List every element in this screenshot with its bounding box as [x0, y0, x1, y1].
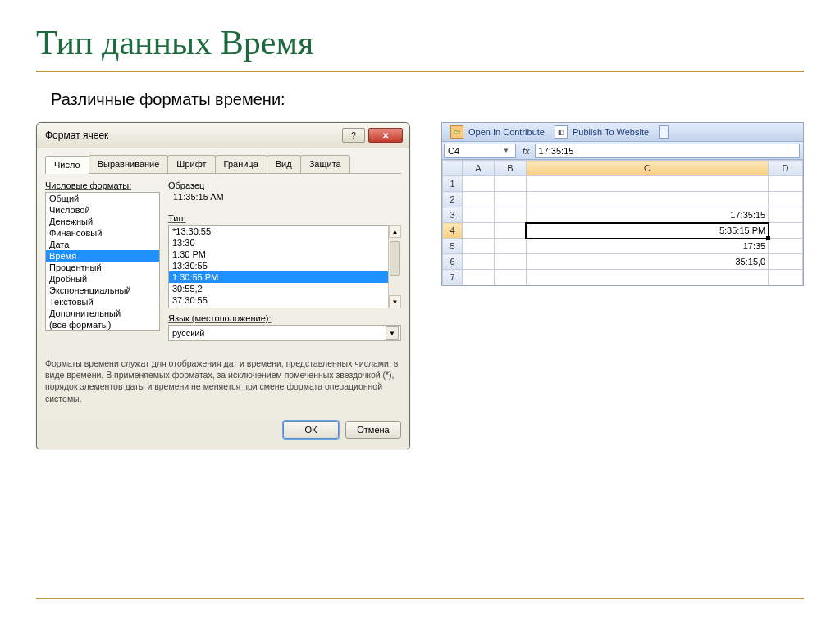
- list-item[interactable]: *13:30:55: [169, 226, 400, 237]
- list-item[interactable]: 37:30:55: [169, 294, 400, 306]
- cell[interactable]: [463, 223, 495, 239]
- list-item[interactable]: 13:30:55: [169, 260, 400, 271]
- list-item[interactable]: Время: [46, 250, 159, 262]
- help-button[interactable]: ?: [342, 128, 365, 143]
- type-label: Тип:: [168, 213, 401, 223]
- slide-subtitle: Различные форматы времени:: [51, 90, 804, 109]
- cell[interactable]: [463, 239, 495, 254]
- slide-title: Тип данных Время: [36, 23, 804, 62]
- cell[interactable]: [463, 207, 495, 223]
- cell[interactable]: [463, 270, 495, 285]
- list-item[interactable]: Процентный: [46, 262, 159, 273]
- col-header-d[interactable]: D: [769, 161, 803, 176]
- open-in-contribute-button[interactable]: Open In Contribute: [465, 127, 548, 137]
- cell[interactable]: [494, 254, 526, 270]
- cell[interactable]: [494, 223, 526, 239]
- col-header-a[interactable]: A: [463, 161, 495, 176]
- cell-c4-active[interactable]: 5:35:15 PM: [526, 223, 768, 239]
- row-header-3[interactable]: 3: [443, 207, 463, 223]
- list-item[interactable]: 13:30: [169, 237, 400, 248]
- cell[interactable]: [494, 239, 526, 254]
- tab-border[interactable]: Граница: [215, 155, 267, 173]
- chevron-down-icon[interactable]: ▼: [386, 326, 399, 340]
- chevron-down-icon[interactable]: ▼: [500, 147, 512, 154]
- cell[interactable]: [463, 192, 495, 207]
- tab-number[interactable]: Число: [45, 156, 89, 174]
- list-item[interactable]: Дополнительный: [46, 308, 159, 319]
- cell[interactable]: [526, 192, 768, 207]
- list-item[interactable]: 1:30:55 PM: [169, 271, 400, 283]
- type-listbox[interactable]: *13:30:55 13:30 1:30 PM 13:30:55 1:30:55…: [168, 225, 401, 308]
- list-item[interactable]: Текстовый: [46, 296, 159, 308]
- bottom-rule: [36, 598, 804, 599]
- cell[interactable]: [463, 176, 495, 192]
- publish-icon[interactable]: ◧: [555, 125, 568, 139]
- cell[interactable]: [494, 176, 526, 192]
- row-header-2[interactable]: 2: [443, 192, 463, 207]
- cancel-button[interactable]: Отмена: [345, 421, 401, 439]
- ok-button[interactable]: ОК: [283, 421, 339, 439]
- format-cells-dialog: Формат ячеек ? ✕ Число Выравнивание Шриф…: [36, 122, 410, 449]
- toolbar-overflow-icon[interactable]: [659, 125, 669, 139]
- list-item[interactable]: Общий: [46, 193, 159, 204]
- close-button[interactable]: ✕: [368, 128, 403, 143]
- cell[interactable]: [526, 176, 768, 192]
- row-header-5[interactable]: 5: [443, 239, 463, 254]
- cell[interactable]: [494, 270, 526, 285]
- cell[interactable]: [769, 192, 803, 207]
- row-header-1[interactable]: 1: [443, 176, 463, 192]
- cell[interactable]: [769, 254, 803, 270]
- spreadsheet-grid[interactable]: A B C D 1 2: [442, 160, 803, 285]
- sample-value: 11:35:15 AM: [168, 190, 401, 208]
- list-item[interactable]: Дробный: [46, 273, 159, 285]
- sample-label: Образец: [168, 180, 204, 190]
- name-box[interactable]: C4 ▼: [444, 144, 516, 158]
- col-header-c[interactable]: C: [526, 161, 768, 176]
- cell[interactable]: [494, 207, 526, 223]
- contribute-icon[interactable]: Ct: [450, 125, 463, 139]
- row-header-6[interactable]: 6: [443, 254, 463, 270]
- cell[interactable]: [494, 192, 526, 207]
- list-item[interactable]: Дата: [46, 239, 159, 250]
- list-item[interactable]: 1:30 PM: [169, 248, 400, 260]
- type-scrollbar[interactable]: ▲ ▼: [388, 225, 401, 308]
- tab-alignment[interactable]: Выравнивание: [89, 155, 169, 173]
- tab-font[interactable]: Шрифт: [167, 155, 215, 173]
- list-item[interactable]: 30:55,2: [169, 283, 400, 294]
- fx-label[interactable]: fx: [518, 146, 535, 156]
- cell[interactable]: [769, 176, 803, 192]
- cell[interactable]: [769, 270, 803, 285]
- locale-dropdown[interactable]: русский ▼: [168, 325, 401, 341]
- row-header-7[interactable]: 7: [443, 270, 463, 285]
- title-rule: [36, 71, 804, 72]
- row-header-4[interactable]: 4: [443, 223, 463, 239]
- name-box-value: C4: [448, 146, 459, 156]
- publish-to-website-button[interactable]: Publish To Website: [569, 127, 652, 137]
- list-item[interactable]: Финансовый: [46, 227, 159, 239]
- formats-label: Числовые форматы:: [45, 180, 160, 190]
- cell-c5[interactable]: 17:35: [526, 239, 768, 254]
- list-item[interactable]: Экспоненциальный: [46, 285, 159, 296]
- select-all-corner[interactable]: [443, 161, 463, 176]
- cell[interactable]: [769, 223, 803, 239]
- list-item[interactable]: (все форматы): [46, 319, 159, 330]
- col-header-b[interactable]: B: [494, 161, 526, 176]
- cell-c3[interactable]: 17:35:15: [526, 207, 768, 223]
- tab-fill[interactable]: Вид: [267, 155, 301, 173]
- cell[interactable]: [769, 207, 803, 223]
- spreadsheet-panel: Ct Open In Contribute ◧ Publish To Websi…: [441, 122, 804, 286]
- formula-bar[interactable]: 17:35:15: [535, 144, 800, 158]
- list-item[interactable]: Денежный: [46, 216, 159, 227]
- scroll-down-icon[interactable]: ▼: [389, 295, 401, 308]
- tab-protection[interactable]: Защита: [300, 155, 350, 173]
- cell-c6[interactable]: 35:15,0: [526, 254, 768, 270]
- list-item[interactable]: Числовой: [46, 204, 159, 216]
- contribute-toolbar: Ct Open In Contribute ◧ Publish To Websi…: [442, 123, 803, 142]
- dialog-tabs: Число Выравнивание Шрифт Граница Вид Защ…: [45, 155, 401, 174]
- scroll-up-icon[interactable]: ▲: [389, 225, 401, 238]
- cell[interactable]: [526, 270, 768, 285]
- cell[interactable]: [769, 239, 803, 254]
- formats-listbox[interactable]: Общий Числовой Денежный Финансовый Дата …: [45, 192, 160, 331]
- scroll-thumb[interactable]: [390, 241, 400, 276]
- cell[interactable]: [463, 254, 495, 270]
